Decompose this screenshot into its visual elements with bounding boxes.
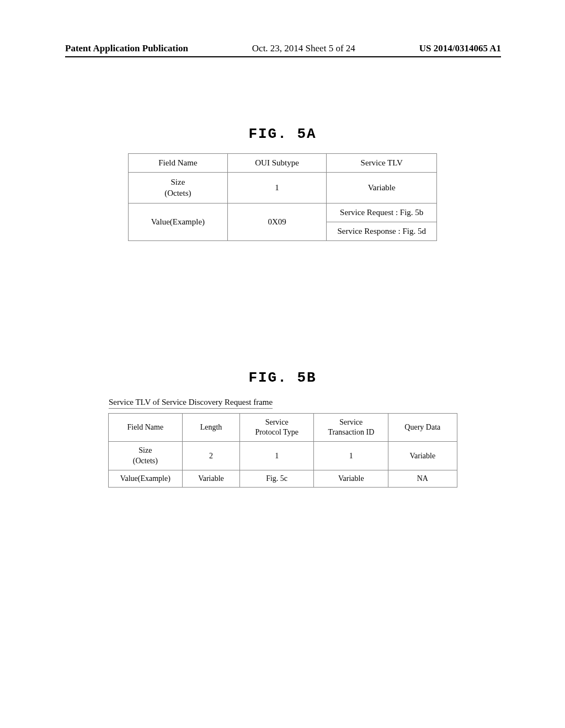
- cell-length-header: Length: [183, 414, 240, 442]
- page-header: Patent Application Publication Oct. 23, …: [65, 43, 501, 57]
- cell-service-tlv-header: Service TLV: [327, 154, 437, 173]
- cell-length-value: Variable: [183, 470, 240, 487]
- cell-query-data-header: Query Data: [388, 414, 457, 442]
- table-row: Value(Example) 0X09 Service Request : Fi…: [129, 204, 437, 222]
- header-center: Oct. 23, 2014 Sheet 5 of 24: [252, 43, 355, 54]
- figure-5b-caption: Service TLV of Service Discovery Request…: [109, 398, 273, 409]
- text-service: Service: [265, 418, 289, 426]
- cell-transaction-id-size: 1: [314, 442, 388, 470]
- figure-5b-title: FIG. 5B: [0, 370, 565, 386]
- header-right: US 2014/0314065 A1: [419, 43, 501, 54]
- cell-length-size: 2: [183, 442, 240, 470]
- size-label: Size: [138, 446, 152, 454]
- figure-5a-table: Field Name OUI Subtype Service TLV Size …: [128, 153, 437, 241]
- figure-5b-caption-wrap: Service TLV of Service Discovery Request…: [109, 397, 285, 409]
- cell-protocol-type-size: 1: [239, 442, 314, 470]
- cell-service-request: Service Request : Fig. 5b: [327, 204, 437, 222]
- cell-value-example: Value(Example): [129, 204, 228, 241]
- header-row: Patent Application Publication Oct. 23, …: [65, 43, 501, 54]
- cell-query-data-value: NA: [388, 470, 457, 487]
- cell-oui-value: 0X09: [227, 204, 327, 241]
- table-row: Field Name OUI Subtype Service TLV: [129, 154, 437, 173]
- cell-service-response: Service Response : Fig. 5d: [327, 222, 437, 241]
- table-row: Field Name Length Service Protocol Type …: [108, 414, 457, 442]
- figure-5a-title: FIG. 5A: [0, 126, 565, 142]
- text-transaction-id: Transaction ID: [328, 428, 374, 436]
- text-service2: Service: [339, 418, 363, 426]
- cell-field-name-header: Field Name: [108, 414, 183, 442]
- cell-query-data-size: Variable: [388, 442, 457, 470]
- octets-label: (Octets): [133, 457, 158, 465]
- table-row: Value(Example) Variable Fig. 5c Variable…: [108, 470, 457, 487]
- table-row: Size (Octets) 2 1 1 Variable: [108, 442, 457, 470]
- cell-service-transaction-id-header: Service Transaction ID: [314, 414, 388, 442]
- cell-field-name-header: Field Name: [129, 154, 228, 173]
- cell-oui-subtype-header: OUI Subtype: [227, 154, 327, 173]
- figure-5b-table: Field Name Length Service Protocol Type …: [108, 413, 457, 488]
- octets-label: (Octets): [164, 189, 191, 197]
- cell-size-octets: Size (Octets): [108, 442, 183, 470]
- table-row: Size (Octets) 1 Variable: [129, 173, 437, 204]
- cell-value-example: Value(Example): [108, 470, 183, 487]
- figure-5a: FIG. 5A Field Name OUI Subtype Service T…: [0, 126, 565, 241]
- header-left: Patent Application Publication: [65, 43, 188, 54]
- cell-service-tlv-size: Variable: [327, 173, 437, 204]
- figure-5b: FIG. 5B Service TLV of Service Discovery…: [0, 370, 565, 488]
- cell-service-protocol-type-header: Service Protocol Type: [239, 414, 314, 442]
- cell-size-octets: Size (Octets): [129, 173, 228, 204]
- cell-protocol-type-value: Fig. 5c: [239, 470, 314, 487]
- cell-transaction-id-value: Variable: [314, 470, 388, 487]
- cell-oui-size: 1: [227, 173, 327, 204]
- size-label: Size: [170, 178, 185, 186]
- text-protocol-type: Protocol Type: [255, 428, 298, 436]
